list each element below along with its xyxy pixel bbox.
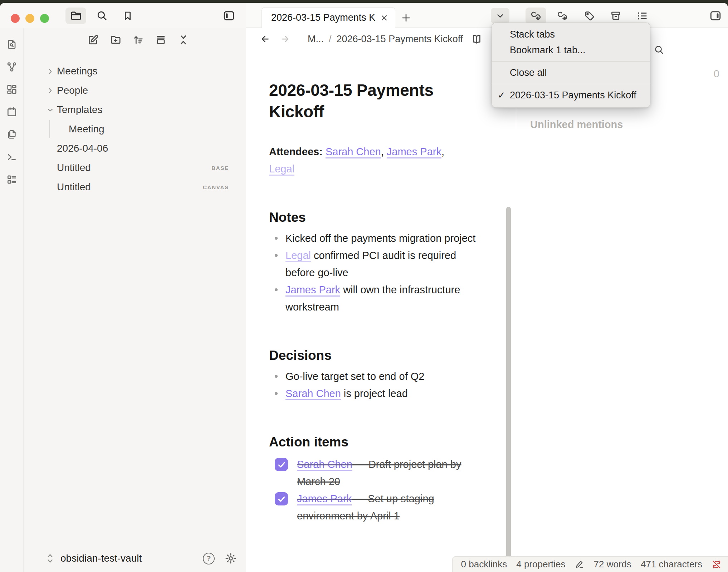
word-count: 72 words — [594, 559, 632, 570]
chevron-right-icon[interactable] — [47, 87, 54, 94]
internal-link-sarah-chen[interactable]: Sarah Chen — [285, 388, 341, 399]
task-text: James Park — Set up staging environment … — [297, 493, 434, 522]
vault-chevrons-icon — [45, 552, 55, 564]
bullet-item: Sarah Chen is project lead — [285, 385, 480, 402]
canvas-icon[interactable] — [6, 84, 18, 95]
internal-link-james-park[interactable]: James Park — [387, 146, 441, 157]
bookmarks-tab-button[interactable] — [117, 8, 138, 24]
internal-link-legal[interactable]: Legal — [269, 163, 294, 175]
panel-right-icon — [709, 9, 722, 22]
tree-item-untitled[interactable]: UntitledCANVAS — [24, 177, 246, 197]
archive-pane-button[interactable] — [606, 8, 625, 24]
breadcrumb-current[interactable]: 2026-03-15 Payments Kickoff — [337, 34, 463, 45]
internal-link-james-park[interactable]: James Park — [297, 493, 352, 504]
search-tab-button[interactable] — [92, 8, 112, 24]
tab-active[interactable]: 2026-03-15 Payments Ki... — [262, 7, 395, 28]
outline-pane-button[interactable] — [632, 8, 652, 24]
reading-view-icon[interactable] — [471, 33, 483, 45]
backlinks-count[interactable]: 0 backlinks — [461, 559, 507, 570]
tab-list-button[interactable] — [491, 8, 509, 24]
bullet-item: Kicked off the payments migration projec… — [285, 230, 480, 247]
outgoing-links-pane-button[interactable] — [553, 8, 572, 24]
tree-item-2026-04-06[interactable]: 2026-04-06 — [24, 139, 246, 158]
chevron-down-icon[interactable] — [47, 107, 54, 113]
tag-icon — [583, 10, 595, 22]
calendar-icon[interactable] — [6, 106, 18, 118]
tree-item-label: Untitled — [57, 162, 91, 173]
new-note-icon[interactable] — [87, 34, 99, 46]
new-tab-button[interactable] — [398, 10, 414, 26]
right-sidebar-toggle-button[interactable] — [705, 8, 725, 24]
menu-item-label: Close all — [510, 67, 547, 78]
terminal-icon[interactable] — [6, 151, 18, 163]
backlinks-pane-button[interactable] — [526, 8, 546, 24]
ribbon — [0, 28, 24, 572]
unlinked-mentions-header[interactable]: Unlinked mentions — [530, 119, 623, 131]
new-folder-icon[interactable] — [110, 34, 122, 46]
stack-icon[interactable] — [155, 34, 167, 46]
tree-item-untitled[interactable]: UntitledBASE — [24, 158, 246, 177]
sort-icon[interactable] — [132, 34, 144, 46]
file-search-icon[interactable] — [6, 39, 18, 50]
breadcrumb-parent[interactable]: M... — [308, 34, 324, 45]
graph-icon[interactable] — [6, 61, 18, 73]
internal-link-sarah-chen[interactable]: Sarah Chen — [297, 459, 352, 470]
tree-item-meeting[interactable]: Meeting — [24, 119, 246, 139]
task-checkbox-checked[interactable] — [275, 458, 288, 471]
chevron-right-icon[interactable] — [47, 68, 54, 75]
text-segment: is project lead — [341, 388, 408, 399]
menu-item-stack-tabs[interactable]: Stack tabs — [492, 26, 650, 42]
character-count: 471 characters — [641, 559, 702, 570]
menu-item-label: Stack tabs — [510, 29, 555, 40]
obsidian-window: 2026-03-15 Payments Ki... — [0, 3, 728, 572]
navigate-back-button[interactable] — [260, 34, 270, 44]
help-button[interactable]: ? — [203, 553, 215, 564]
menu-item-label: 2026-03-15 Payments Kickoff — [510, 90, 636, 101]
window-close-button[interactable] — [11, 14, 20, 23]
menu-divider — [492, 84, 650, 84]
main-area: MeetingsPeopleTemplatesMeeting2026-04-06… — [0, 28, 728, 572]
menu-item-close-all[interactable]: Close all — [492, 65, 650, 80]
window-minimize-button[interactable] — [25, 14, 34, 23]
settings-gear-icon[interactable] — [225, 552, 237, 564]
edit-mode-pencil-icon[interactable] — [575, 559, 585, 569]
link-out-icon — [556, 10, 568, 22]
plus-icon — [400, 12, 412, 24]
internal-link-sarah-chen[interactable]: Sarah Chen — [326, 146, 381, 157]
backlinks-panel: 0 Unlinked mentions — [516, 28, 728, 572]
collapse-all-icon[interactable] — [177, 34, 189, 46]
internal-link-legal[interactable]: Legal — [285, 250, 311, 261]
navigate-forward-button[interactable] — [280, 34, 290, 44]
bullet-list: Go-live target set to end of Q2Sarah Che… — [269, 368, 480, 402]
archive-icon — [610, 10, 622, 22]
note-title[interactable]: 2026-03-15 Payments Kickoff — [269, 79, 480, 122]
tab-close-icon[interactable] — [380, 14, 389, 22]
copy-pages-icon[interactable] — [6, 129, 18, 140]
internal-link-james-park[interactable]: James Park — [285, 284, 340, 295]
tree-item-templates[interactable]: Templates — [24, 100, 246, 119]
breadcrumb-separator: / — [329, 34, 332, 45]
menu-item-bookmark-1-tab[interactable]: Bookmark 1 tab... — [492, 42, 650, 58]
bookmark-icon — [122, 10, 133, 21]
tree-item-meetings[interactable]: Meetings — [24, 62, 246, 81]
tree-item-label: People — [57, 85, 88, 96]
section-heading-action-items: Action items — [269, 434, 480, 451]
editor-pane: M... / 2026-03-15 Payments Kickoff 2026-… — [246, 28, 516, 572]
task-list: Sarah Chen — Draft project plan by March… — [269, 456, 480, 524]
sync-disabled-icon[interactable] — [712, 559, 722, 569]
task-checkbox-checked[interactable] — [275, 492, 288, 505]
editor-scrollbar[interactable] — [506, 207, 511, 568]
tags-pane-button[interactable] — [580, 8, 599, 24]
files-tab-button[interactable] — [65, 8, 86, 24]
vault-switcher[interactable]: obsidian-test-vault ? — [24, 547, 246, 572]
checklist-icon[interactable] — [6, 174, 18, 185]
backlinks-search-icon[interactable] — [654, 44, 665, 55]
left-sidebar-toggle-button[interactable] — [219, 8, 239, 24]
window-zoom-button[interactable] — [40, 14, 49, 23]
file-type-badge: BASE — [211, 165, 229, 171]
text-segment: Go-live target set to end of Q2 — [285, 371, 424, 382]
properties-count[interactable]: 4 properties — [516, 559, 565, 570]
bullet-item: Legal confirmed PCI audit is required be… — [285, 247, 480, 281]
menu-item-2026-03-15-payments-kickoff[interactable]: ✓2026-03-15 Payments Kickoff — [492, 87, 650, 103]
tree-item-people[interactable]: People — [24, 81, 246, 100]
